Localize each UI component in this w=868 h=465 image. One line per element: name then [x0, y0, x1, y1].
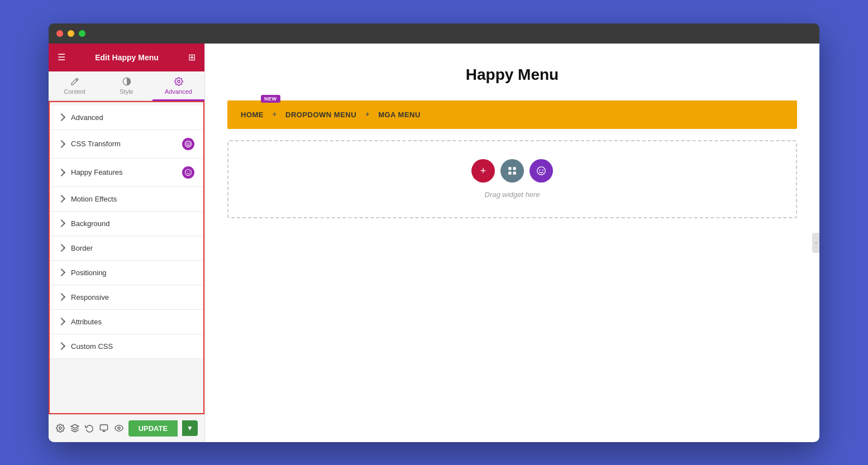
- add-widget-button[interactable]: +: [471, 159, 495, 183]
- tab-style[interactable]: Style: [101, 71, 152, 101]
- section-attributes-label: Attributes: [71, 318, 194, 326]
- svg-point-4: [187, 142, 187, 143]
- section-css-transform-label: CSS Transform: [71, 140, 182, 148]
- update-arrow-button[interactable]: ▼: [182, 420, 198, 436]
- svg-point-8: [189, 171, 189, 171]
- chevron-icon: [58, 244, 65, 252]
- happy-button-icon: [536, 166, 546, 176]
- section-border-label: Border: [71, 244, 194, 252]
- titlebar: [49, 23, 819, 44]
- drag-text: Drag widget here: [485, 190, 540, 199]
- section-border[interactable]: Border: [50, 236, 203, 261]
- sidebar-title: Edit Happy Menu: [95, 53, 159, 62]
- page-title: Happy Menu: [227, 66, 797, 84]
- sidebar-collapse-handle[interactable]: ‹: [812, 233, 819, 253]
- svg-point-14: [118, 427, 120, 429]
- tab-advanced-label: Advanced: [165, 88, 192, 95]
- browser-content: ☰ Edit Happy Menu ⊞ Content Style Advanc…: [49, 44, 819, 442]
- menu-bar: NEW HOME + DROPDOWN MENU + MGA MENU: [227, 100, 797, 129]
- style-icon: [122, 77, 131, 86]
- svg-point-2: [185, 140, 192, 147]
- section-positioning[interactable]: Positioning: [50, 261, 203, 285]
- hamburger-icon[interactable]: ☰: [58, 52, 65, 63]
- chevron-icon: [58, 140, 65, 147]
- chevron-icon: [58, 342, 65, 350]
- close-button[interactable]: [56, 30, 63, 37]
- add-section-button[interactable]: [500, 159, 524, 183]
- history-icon[interactable]: [84, 421, 94, 435]
- svg-marker-10: [71, 424, 79, 428]
- browser-window: ☰ Edit Happy Menu ⊞ Content Style Advanc…: [49, 23, 819, 442]
- svg-point-7: [187, 171, 187, 171]
- chevron-icon: [58, 168, 65, 176]
- sidebar-header: ☰ Edit Happy Menu ⊞: [49, 44, 204, 71]
- svg-rect-17: [508, 172, 511, 175]
- svg-point-9: [59, 427, 61, 429]
- section-background[interactable]: Background: [50, 212, 203, 236]
- smiley-icon: [184, 140, 192, 148]
- add-happy-button[interactable]: [530, 159, 553, 183]
- svg-rect-18: [513, 172, 516, 175]
- section-motion-effects[interactable]: Motion Effects: [50, 187, 203, 212]
- svg-rect-16: [513, 167, 516, 170]
- monitor-icon[interactable]: [99, 421, 109, 435]
- section-advanced[interactable]: Advanced: [50, 106, 203, 130]
- svg-point-5: [189, 142, 189, 143]
- tab-advanced[interactable]: Advanced: [152, 71, 204, 101]
- chevron-icon: [58, 113, 65, 121]
- happy-badge-2: [182, 166, 194, 179]
- section-attributes[interactable]: Attributes: [50, 310, 203, 334]
- drop-zone: + Drag widget here: [227, 140, 797, 218]
- section-custom-css-label: Custom CSS: [71, 342, 194, 351]
- new-badge: NEW: [261, 95, 280, 103]
- gear-tab-icon: [174, 77, 183, 86]
- menu-plus-2: +: [365, 111, 369, 118]
- tab-style-label: Style: [120, 88, 133, 95]
- section-happy-features-label: Happy Features: [71, 168, 182, 176]
- tab-content-label: Content: [64, 88, 85, 95]
- sidebar-footer: UPDATE ▼: [49, 414, 204, 442]
- section-responsive[interactable]: Responsive: [50, 285, 203, 310]
- eye-icon[interactable]: [114, 421, 124, 435]
- svg-point-20: [539, 170, 540, 171]
- tab-content[interactable]: Content: [49, 71, 101, 101]
- menu-item-dropdown[interactable]: DROPDOWN MENU: [285, 111, 356, 119]
- section-happy-features[interactable]: Happy Features: [50, 159, 203, 187]
- section-advanced-label: Advanced: [71, 113, 194, 122]
- svg-point-6: [185, 169, 191, 175]
- happy-badge: [182, 138, 194, 150]
- section-custom-css[interactable]: Custom CSS: [50, 334, 203, 359]
- content-area: Happy Menu NEW HOME + DROPDOWN MENU + MG…: [205, 44, 819, 252]
- chevron-icon: [58, 318, 65, 325]
- chevron-icon: [58, 293, 65, 301]
- minimize-button[interactable]: [68, 30, 74, 37]
- sidebar-tabs: Content Style Advanced: [49, 71, 204, 101]
- smiley-icon-2: [184, 169, 192, 176]
- svg-rect-11: [101, 425, 108, 430]
- svg-rect-15: [508, 167, 511, 170]
- settings-icon[interactable]: [55, 421, 65, 435]
- sidebar-sections: Advanced CSS Transform Happy Features: [49, 101, 204, 414]
- svg-point-19: [537, 167, 545, 175]
- grid-icon[interactable]: ⊞: [188, 52, 195, 63]
- section-background-label: Background: [71, 219, 194, 228]
- menu-plus-1: +: [273, 111, 276, 118]
- section-css-transform[interactable]: CSS Transform: [50, 130, 203, 159]
- menu-item-mga[interactable]: MGA MENU: [378, 111, 421, 119]
- layers-icon[interactable]: [70, 421, 80, 435]
- pencil-icon: [70, 77, 79, 86]
- update-button[interactable]: UPDATE: [128, 420, 178, 437]
- section-positioning-label: Positioning: [71, 269, 194, 277]
- sidebar: ☰ Edit Happy Menu ⊞ Content Style Advanc…: [49, 44, 205, 442]
- section-icon: [507, 166, 517, 176]
- maximize-button[interactable]: [79, 30, 85, 37]
- main-content: Happy Menu NEW HOME + DROPDOWN MENU + MG…: [205, 44, 819, 442]
- drop-zone-buttons: +: [471, 159, 553, 183]
- section-responsive-label: Responsive: [71, 293, 194, 301]
- svg-point-21: [542, 170, 543, 171]
- section-motion-effects-label: Motion Effects: [71, 195, 194, 203]
- chevron-icon: [58, 219, 65, 227]
- menu-item-home[interactable]: HOME: [241, 111, 264, 119]
- svg-point-1: [178, 80, 180, 83]
- chevron-icon: [58, 269, 65, 276]
